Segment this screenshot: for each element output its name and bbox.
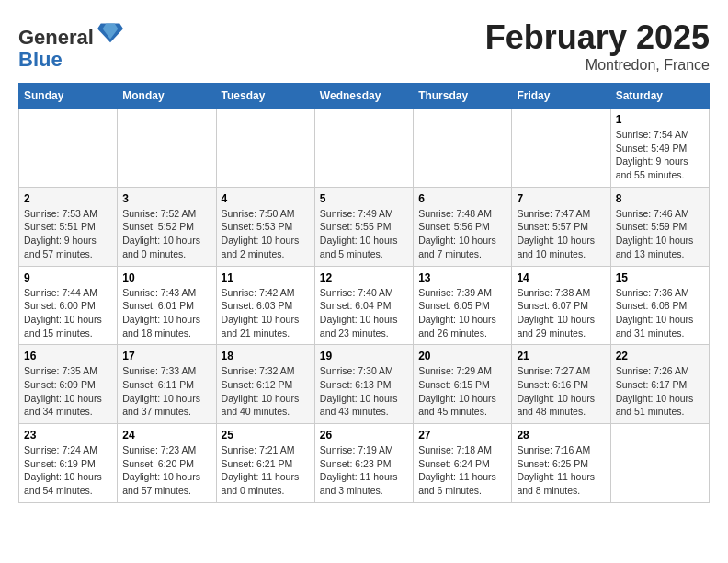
day-number: 28 [517, 429, 605, 442]
calendar-cell [314, 109, 413, 188]
calendar-cell: 9Sunrise: 7:44 AM Sunset: 6:00 PM Daylig… [19, 266, 118, 345]
day-number: 26 [320, 429, 408, 442]
day-of-week-header: Wednesday [314, 84, 413, 109]
calendar-cell: 22Sunrise: 7:26 AM Sunset: 6:17 PM Dayli… [610, 345, 709, 424]
day-info: Sunrise: 7:40 AM Sunset: 6:04 PM Dayligh… [320, 286, 408, 340]
calendar-cell: 26Sunrise: 7:19 AM Sunset: 6:23 PM Dayli… [314, 424, 413, 503]
day-info: Sunrise: 7:43 AM Sunset: 6:01 PM Dayligh… [122, 286, 210, 340]
calendar-cell [610, 424, 709, 503]
logo-blue-text: Blue [18, 48, 63, 71]
day-number: 10 [122, 271, 210, 284]
calendar-cell [414, 109, 512, 188]
day-info: Sunrise: 7:27 AM Sunset: 6:16 PM Dayligh… [517, 364, 605, 419]
day-info: Sunrise: 7:16 AM Sunset: 6:25 PM Dayligh… [517, 443, 605, 498]
day-number: 9 [24, 271, 112, 284]
day-number: 22 [616, 350, 704, 362]
day-info: Sunrise: 7:48 AM Sunset: 5:56 PM Dayligh… [418, 207, 506, 261]
day-info: Sunrise: 7:26 AM Sunset: 6:17 PM Dayligh… [616, 364, 704, 419]
day-info: Sunrise: 7:36 AM Sunset: 6:08 PM Dayligh… [616, 286, 704, 340]
day-number: 14 [517, 271, 605, 284]
day-info: Sunrise: 7:19 AM Sunset: 6:23 PM Dayligh… [320, 443, 408, 498]
day-info: Sunrise: 7:42 AM Sunset: 6:03 PM Dayligh… [222, 286, 310, 340]
day-number: 3 [122, 192, 210, 205]
day-info: Sunrise: 7:33 AM Sunset: 6:11 PM Dayligh… [122, 364, 210, 419]
day-number: 11 [222, 271, 310, 284]
day-info: Sunrise: 7:35 AM Sunset: 6:09 PM Dayligh… [24, 364, 112, 419]
day-number: 27 [418, 429, 506, 442]
day-number: 21 [517, 350, 605, 362]
calendar-cell [19, 109, 118, 188]
calendar-table: SundayMondayTuesdayWednesdayThursdayFrid… [18, 83, 710, 503]
day-number: 1 [616, 113, 704, 126]
calendar-cell: 17Sunrise: 7:33 AM Sunset: 6:11 PM Dayli… [118, 345, 216, 424]
day-number: 16 [24, 350, 112, 362]
calendar-cell: 8Sunrise: 7:46 AM Sunset: 5:59 PM Daylig… [610, 187, 709, 266]
calendar-cell: 15Sunrise: 7:36 AM Sunset: 6:08 PM Dayli… [610, 266, 709, 345]
day-info: Sunrise: 7:24 AM Sunset: 6:19 PM Dayligh… [24, 443, 112, 498]
day-number: 6 [418, 192, 506, 205]
calendar-week-row: 23Sunrise: 7:24 AM Sunset: 6:19 PM Dayli… [19, 424, 710, 503]
day-info: Sunrise: 7:47 AM Sunset: 5:57 PM Dayligh… [517, 207, 605, 261]
day-info: Sunrise: 7:53 AM Sunset: 5:51 PM Dayligh… [24, 207, 112, 261]
day-number: 23 [24, 429, 112, 442]
day-info: Sunrise: 7:39 AM Sunset: 6:05 PM Dayligh… [418, 286, 506, 340]
calendar-header-row: SundayMondayTuesdayWednesdayThursdayFrid… [19, 84, 710, 109]
day-info: Sunrise: 7:29 AM Sunset: 6:15 PM Dayligh… [418, 364, 506, 419]
day-of-week-header: Monday [118, 84, 216, 109]
calendar-cell: 7Sunrise: 7:47 AM Sunset: 5:57 PM Daylig… [512, 187, 610, 266]
month-title: February 2025 [485, 18, 710, 57]
svg-marker-1 [103, 24, 119, 40]
day-number: 13 [418, 271, 506, 284]
day-of-week-header: Tuesday [216, 84, 314, 109]
day-info: Sunrise: 7:50 AM Sunset: 5:53 PM Dayligh… [222, 207, 310, 261]
calendar-cell: 14Sunrise: 7:38 AM Sunset: 6:07 PM Dayli… [512, 266, 610, 345]
calendar-week-row: 16Sunrise: 7:35 AM Sunset: 6:09 PM Dayli… [19, 345, 710, 424]
day-info: Sunrise: 7:32 AM Sunset: 6:12 PM Dayligh… [222, 364, 310, 419]
day-number: 24 [122, 429, 210, 442]
day-info: Sunrise: 7:46 AM Sunset: 5:59 PM Dayligh… [616, 207, 704, 261]
calendar-cell: 27Sunrise: 7:18 AM Sunset: 6:24 PM Dayli… [414, 424, 512, 503]
title-block: February 2025 Montredon, France [485, 18, 710, 74]
page-header: General Blue February 2025 Montredon, Fr… [18, 18, 710, 74]
day-number: 25 [222, 429, 310, 442]
day-number: 7 [517, 192, 605, 205]
logo-icon [97, 18, 123, 44]
calendar-cell: 11Sunrise: 7:42 AM Sunset: 6:03 PM Dayli… [216, 266, 314, 345]
calendar-cell: 23Sunrise: 7:24 AM Sunset: 6:19 PM Dayli… [19, 424, 118, 503]
day-number: 18 [222, 350, 310, 362]
day-of-week-header: Saturday [610, 84, 709, 109]
calendar-cell: 4Sunrise: 7:50 AM Sunset: 5:53 PM Daylig… [216, 187, 314, 266]
day-number: 4 [222, 192, 310, 205]
calendar-week-row: 1Sunrise: 7:54 AM Sunset: 5:49 PM Daylig… [19, 109, 710, 188]
location-subtitle: Montredon, France [485, 57, 710, 74]
logo: General Blue [18, 23, 123, 71]
calendar-week-row: 9Sunrise: 7:44 AM Sunset: 6:00 PM Daylig… [19, 266, 710, 345]
calendar-cell: 25Sunrise: 7:21 AM Sunset: 6:21 PM Dayli… [216, 424, 314, 503]
calendar-cell: 3Sunrise: 7:52 AM Sunset: 5:52 PM Daylig… [118, 187, 216, 266]
day-info: Sunrise: 7:30 AM Sunset: 6:13 PM Dayligh… [320, 364, 408, 419]
day-number: 20 [418, 350, 506, 362]
day-number: 2 [24, 192, 112, 205]
day-number: 15 [616, 271, 704, 284]
calendar-cell: 5Sunrise: 7:49 AM Sunset: 5:55 PM Daylig… [314, 187, 413, 266]
calendar-cell [216, 109, 314, 188]
calendar-week-row: 2Sunrise: 7:53 AM Sunset: 5:51 PM Daylig… [19, 187, 710, 266]
day-number: 8 [616, 192, 704, 205]
day-of-week-header: Friday [512, 84, 610, 109]
day-of-week-header: Sunday [19, 84, 118, 109]
calendar-cell: 24Sunrise: 7:23 AM Sunset: 6:20 PM Dayli… [118, 424, 216, 503]
day-info: Sunrise: 7:44 AM Sunset: 6:00 PM Dayligh… [24, 286, 112, 340]
day-info: Sunrise: 7:49 AM Sunset: 5:55 PM Dayligh… [320, 207, 408, 261]
calendar-cell [118, 109, 216, 188]
calendar-cell: 18Sunrise: 7:32 AM Sunset: 6:12 PM Dayli… [216, 345, 314, 424]
calendar-cell: 19Sunrise: 7:30 AM Sunset: 6:13 PM Dayli… [314, 345, 413, 424]
calendar-cell: 21Sunrise: 7:27 AM Sunset: 6:16 PM Dayli… [512, 345, 610, 424]
day-info: Sunrise: 7:18 AM Sunset: 6:24 PM Dayligh… [418, 443, 506, 498]
day-info: Sunrise: 7:54 AM Sunset: 5:49 PM Dayligh… [616, 128, 704, 182]
day-of-week-header: Thursday [414, 84, 512, 109]
calendar-cell: 13Sunrise: 7:39 AM Sunset: 6:05 PM Dayli… [414, 266, 512, 345]
logo-general-text: General [18, 26, 94, 49]
calendar-cell: 1Sunrise: 7:54 AM Sunset: 5:49 PM Daylig… [610, 109, 709, 188]
calendar-cell: 2Sunrise: 7:53 AM Sunset: 5:51 PM Daylig… [19, 187, 118, 266]
calendar-cell: 16Sunrise: 7:35 AM Sunset: 6:09 PM Dayli… [19, 345, 118, 424]
